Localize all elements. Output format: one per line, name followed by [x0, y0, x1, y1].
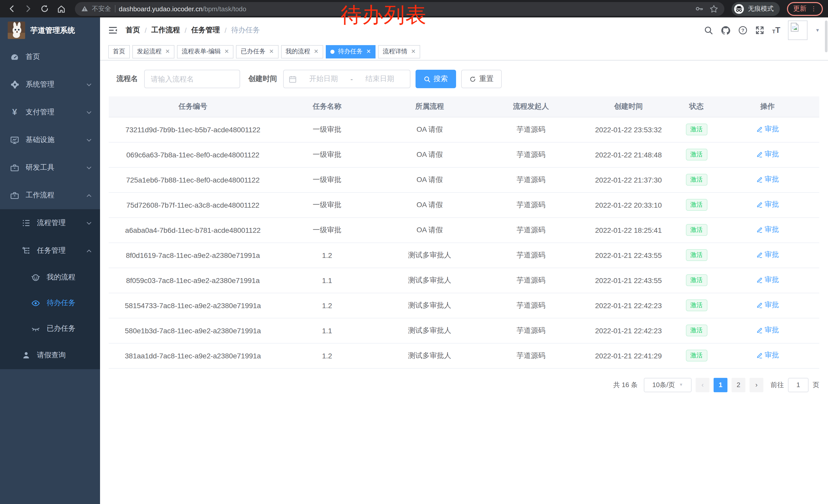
page-button-2[interactable]: 2	[732, 378, 745, 392]
browser-menu-icon[interactable]: ⋮	[811, 6, 817, 12]
page-size-select[interactable]: 10条/页▼	[644, 378, 692, 392]
breadcrumb-home[interactable]: 首页	[126, 26, 140, 35]
tab-close-icon[interactable]: ✕	[224, 48, 229, 55]
edit-pencil-icon	[756, 151, 762, 158]
approve-link[interactable]: 审批	[756, 351, 779, 360]
sidebar-item-done-tasks[interactable]: 已办任务	[0, 316, 100, 341]
start-date-placeholder[interactable]: 开始日期	[299, 74, 348, 84]
task-time: 2022-01-21 22:42:23	[580, 293, 677, 318]
tab-process-detail[interactable]: 流程详情✕	[378, 45, 420, 58]
approve-link[interactable]: 审批	[756, 225, 779, 235]
chevron-down-icon	[86, 220, 92, 226]
sidebar-item-system[interactable]: 系统管理	[0, 71, 100, 98]
fullscreen-icon[interactable]	[755, 26, 764, 35]
chevron-down-icon	[86, 165, 92, 171]
tab-close-icon[interactable]: ✕	[366, 48, 371, 55]
status-badge: 激活	[686, 325, 707, 336]
sidebar-item-process-mgmt[interactable]: 流程管理	[0, 209, 100, 237]
approve-link[interactable]: 审批	[756, 200, 779, 210]
avatar[interactable]	[788, 20, 808, 40]
task-flow: 测试多审批人	[377, 293, 482, 318]
approve-link[interactable]: 审批	[756, 250, 779, 260]
goto-page-input[interactable]	[788, 378, 809, 392]
sidebar-item-label: 已办任务	[47, 324, 75, 333]
sidebar-item-label: 研发工具	[26, 163, 54, 172]
task-name: 一级审批	[277, 192, 377, 217]
avatar-caret-icon[interactable]: ▼	[815, 28, 820, 33]
prev-page-button[interactable]: ‹	[696, 378, 709, 392]
update-button[interactable]: 更新 ⋮	[787, 2, 823, 16]
app-logo-row[interactable]: 芋道管理系统	[0, 17, 100, 43]
approve-link[interactable]: 审批	[756, 125, 779, 134]
col-flow: 所属流程	[377, 96, 482, 117]
task-flow: OA 请假	[377, 167, 482, 192]
sidebar-item-todo-tasks[interactable]: 待办任务	[0, 290, 100, 316]
breadcrumb-workflow[interactable]: 工作流程	[151, 26, 180, 35]
approve-link[interactable]: 审批	[756, 276, 779, 285]
sidebar-item-infra[interactable]: 基础设施	[0, 126, 100, 154]
edit-pencil-icon	[756, 126, 762, 133]
sidebar-item-devtools[interactable]: 研发工具	[0, 154, 100, 182]
table-row: 75d72608-7b7f-11ec-a3c8-acde48001122一级审批…	[109, 192, 819, 217]
task-flow: OA 请假	[377, 142, 482, 167]
task-starter: 芋道源码	[482, 217, 580, 242]
edit-pencil-icon	[756, 176, 762, 183]
security-label[interactable]: 不安全	[92, 4, 111, 13]
tab-form-edit[interactable]: 流程表单-编辑✕	[177, 45, 234, 58]
reload-icon[interactable]	[38, 2, 51, 15]
page-button-1[interactable]: 1	[714, 378, 728, 392]
approve-link[interactable]: 审批	[756, 326, 779, 335]
col-status: 状态	[677, 96, 716, 117]
sidebar-collapse-icon[interactable]	[108, 26, 118, 35]
tab-start-process[interactable]: 发起流程✕	[132, 45, 174, 58]
status-badge: 激活	[686, 249, 707, 261]
task-flow: OA 请假	[377, 192, 482, 217]
sidebar-item-workflow[interactable]: 工作流程	[0, 182, 100, 209]
bookmark-star-icon[interactable]	[709, 4, 718, 13]
task-id: 8f0d1619-7ac8-11ec-a9e2-a2380e71991a	[109, 242, 277, 268]
tab-done-tasks[interactable]: 已办任务✕	[236, 45, 278, 58]
key-icon[interactable]	[695, 5, 703, 13]
help-icon[interactable]: ?	[738, 26, 747, 35]
breadcrumb-task-mgmt[interactable]: 任务管理	[191, 26, 220, 35]
sidebar-item-leave-query[interactable]: 请假查询	[0, 341, 100, 369]
page-url[interactable]: dashboard.yudao.iocoder.cn/bpm/task/todo	[119, 5, 246, 12]
edit-pencil-icon	[756, 327, 762, 334]
process-name-input[interactable]	[144, 70, 240, 88]
sidebar-item-my-process[interactable]: 我的流程	[0, 265, 100, 290]
end-date-placeholder[interactable]: 结束日期	[355, 74, 405, 84]
approve-link[interactable]: 审批	[756, 301, 779, 310]
tab-close-icon[interactable]: ✕	[314, 48, 318, 55]
home-icon[interactable]	[54, 2, 68, 15]
date-range-picker[interactable]: 开始日期 - 结束日期	[283, 70, 410, 88]
tab-home[interactable]: 首页	[108, 45, 130, 58]
approve-link[interactable]: 审批	[756, 175, 779, 184]
search-icon[interactable]	[704, 26, 713, 35]
font-size-icon[interactable]: TT	[772, 26, 780, 34]
app-logo	[8, 21, 25, 39]
approve-link[interactable]: 审批	[756, 150, 779, 159]
github-icon[interactable]	[721, 26, 731, 35]
forward-icon[interactable]	[22, 2, 35, 15]
sidebar-item-home[interactable]: 首页	[0, 43, 100, 71]
sidebar-item-task-mgmt[interactable]: 任务管理	[0, 237, 100, 265]
tab-todo-tasks[interactable]: 待办任务✕	[326, 45, 376, 58]
task-name: 1.2	[277, 343, 377, 368]
tab-close-icon[interactable]: ✕	[165, 48, 170, 55]
task-id: 58154733-7ac8-11ec-a9e2-a2380e71991a	[109, 293, 277, 318]
chevron-down-icon: ▼	[679, 382, 683, 387]
task-starter: 芋道源码	[482, 242, 580, 268]
sidebar-item-pay[interactable]: ¥ 支付管理	[0, 98, 100, 126]
list-icon	[22, 219, 30, 227]
tab-close-icon[interactable]: ✕	[269, 48, 274, 55]
sidebar-item-label: 系统管理	[26, 80, 54, 89]
tab-close-icon[interactable]: ✕	[411, 48, 416, 55]
scrollbar-thumb[interactable]	[825, 20, 827, 52]
tab-my-process[interactable]: 我的流程✕	[281, 45, 323, 58]
search-button[interactable]: 搜索	[416, 70, 456, 88]
back-icon[interactable]	[5, 2, 18, 15]
eye-icon	[31, 299, 40, 307]
reset-button[interactable]: 重置	[461, 70, 502, 88]
next-page-button[interactable]: ›	[749, 378, 763, 392]
table-row: 73211d9d-7b9b-11ec-b5b7-acde48001122一级审批…	[109, 117, 819, 142]
